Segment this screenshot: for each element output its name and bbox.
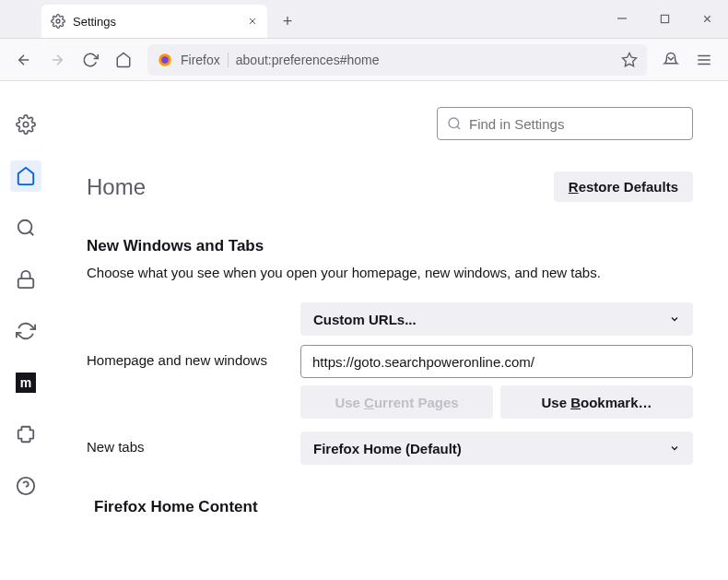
chevron-down-icon <box>669 314 680 325</box>
chevron-down-icon <box>669 443 680 454</box>
close-window-button[interactable] <box>686 0 728 38</box>
use-bookmark-button[interactable]: Use Bookmark… <box>500 385 693 419</box>
pocket-icon[interactable] <box>656 45 686 75</box>
content: m Home Restore Defaults New Windows and … <box>0 81 728 580</box>
use-current-pages-button[interactable]: Use Current Pages <box>300 385 493 419</box>
address-prefix: Firefox <box>181 53 229 67</box>
titlebar: Settings + <box>0 0 728 39</box>
search-icon <box>447 116 462 131</box>
sidebar-search[interactable] <box>10 212 41 243</box>
sidebar-sync[interactable] <box>10 315 41 347</box>
svg-line-17 <box>29 231 33 235</box>
maximize-button[interactable] <box>643 0 686 38</box>
browser-home-button[interactable] <box>109 45 138 75</box>
gear-icon <box>51 14 65 29</box>
back-button[interactable] <box>9 45 39 75</box>
settings-search[interactable] <box>437 107 693 140</box>
toolbar: Firefox about:preferences#home <box>0 39 728 81</box>
new-tab-button[interactable]: + <box>275 8 300 34</box>
main-panel: Home Restore Defaults New Windows and Ta… <box>52 81 728 580</box>
bookmark-star-icon[interactable] <box>621 52 638 68</box>
sidebar-general[interactable] <box>10 109 41 140</box>
newtabs-select-value: Firefox Home (Default) <box>313 441 462 456</box>
sidebar-extensions[interactable] <box>10 419 41 450</box>
newtabs-select[interactable]: Firefox Home (Default) <box>300 432 693 465</box>
address-bar[interactable]: Firefox about:preferences#home <box>147 44 647 76</box>
svg-point-15 <box>23 122 29 127</box>
firefox-logo-icon <box>157 52 173 68</box>
svg-line-22 <box>457 126 460 129</box>
svg-point-16 <box>18 220 32 234</box>
reload-button[interactable] <box>76 45 105 75</box>
newtabs-label: New tabs <box>87 432 300 455</box>
page-title: Home <box>87 174 146 200</box>
sidebar-more-from-mozilla[interactable]: m <box>10 367 41 398</box>
close-tab-icon[interactable] <box>247 16 258 27</box>
restore-defaults-button[interactable]: Restore Defaults <box>554 172 693 202</box>
svg-point-10 <box>161 56 169 64</box>
section-new-windows-title: New Windows and Tabs <box>87 237 693 255</box>
minimize-button[interactable] <box>601 0 643 38</box>
sidebar-privacy[interactable] <box>10 264 41 295</box>
browser-tab[interactable]: Settings <box>41 5 267 38</box>
window-controls <box>601 0 728 38</box>
svg-rect-4 <box>661 15 668 22</box>
sidebar: m <box>0 81 52 580</box>
section-firefox-home-content-title: Firefox Home Content <box>94 498 693 516</box>
section-new-windows-desc: Choose what you see when you open your h… <box>87 265 693 280</box>
sidebar-help[interactable] <box>10 470 41 502</box>
app-menu-button[interactable] <box>689 45 719 75</box>
tab-title: Settings <box>73 15 240 29</box>
homepage-mode-select[interactable]: Custom URLs... <box>300 302 693 336</box>
svg-point-21 <box>449 118 459 128</box>
forward-button[interactable] <box>42 45 72 75</box>
address-url: about:preferences#home <box>236 53 614 67</box>
svg-marker-11 <box>623 53 637 65</box>
settings-search-input[interactable] <box>469 116 683 132</box>
svg-rect-18 <box>18 278 34 288</box>
homepage-mode-value: Custom URLs... <box>313 312 417 327</box>
sidebar-home[interactable] <box>10 160 41 192</box>
homepage-label-text: Homepage and new windows <box>87 345 300 368</box>
homepage-url-input[interactable] <box>300 345 693 378</box>
svg-point-0 <box>56 19 60 23</box>
